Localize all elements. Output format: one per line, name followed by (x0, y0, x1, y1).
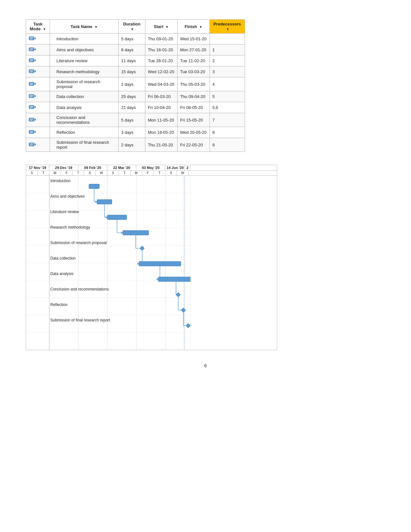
table-row-mode (26, 44, 50, 55)
svg-rect-8 (29, 59, 34, 62)
svg-rect-12 (29, 70, 34, 73)
table-row-duration: 2 days (118, 77, 145, 91)
table-row-mode (26, 113, 50, 127)
th-task-mode-label: Task Mode (30, 22, 43, 31)
table-row-predecessors: 5 (210, 91, 245, 102)
svg-marker-13 (34, 70, 36, 72)
gantt-chart: 17 Nov '1929 Dec '1909 Feb '2022 Mar '20… (26, 165, 277, 350)
table-row-name: Submission of research proposal (50, 77, 119, 91)
gantt-task-label: Submission of research proposal (50, 241, 107, 245)
gantt-bar (97, 200, 112, 204)
table-row-duration: 15 days (118, 66, 145, 77)
task-mode-icon (29, 93, 36, 99)
task-mode-icon (29, 104, 36, 110)
svg-marker-37 (34, 143, 36, 145)
table-row-name: Aims and objectives (50, 44, 119, 55)
table-row-duration: 25 days (118, 91, 145, 102)
task-mode-icon (29, 46, 36, 52)
gantt-day-header: S (84, 171, 96, 175)
table-row-duration: 11 days (118, 55, 145, 66)
table-row-mode (26, 127, 50, 138)
gantt-day-header: T (73, 171, 84, 175)
gantt-period-header: 22 Mar '20 (107, 165, 136, 170)
th-duration: Duration ▼ (118, 20, 145, 34)
gantt-period-header: 14 Jun '20 (165, 165, 185, 170)
svg-rect-4 (29, 48, 34, 51)
table-row-predecessors: 5,6 (210, 102, 245, 113)
task-name-dropdown-arrow[interactable]: ▼ (94, 25, 98, 29)
table-row-mode (26, 34, 50, 44)
table-row-finish: Thu 05-03-20 (177, 77, 210, 91)
table-row-start: Thu 16-01-20 (145, 44, 177, 55)
svg-marker-29 (34, 119, 36, 121)
table-row-duration: 5 days (118, 34, 145, 44)
gantt-day-header: M (49, 171, 61, 175)
table-row-name: Research methodology (50, 66, 119, 77)
th-task-name: Task Name ▼ (50, 20, 119, 34)
task-mode-dropdown-arrow[interactable]: ▼ (43, 27, 46, 31)
gantt-day-header: M (131, 171, 142, 175)
table-row-predecessors: 1 (210, 44, 245, 55)
table-row-predecessors: 7 (210, 113, 245, 127)
task-mode-icon (29, 142, 36, 147)
svg-marker-21 (34, 95, 36, 97)
duration-dropdown-arrow[interactable]: ▼ (131, 27, 134, 31)
start-dropdown-arrow[interactable]: ▼ (165, 25, 169, 29)
table-row-start: Wed 04-03-20 (145, 77, 177, 91)
gantt-arrowhead (121, 232, 123, 234)
gantt-day-header: T (119, 171, 131, 175)
gantt-task-label: Submission of final research report (50, 318, 110, 322)
table-row-start: Thu 21-05-20 (145, 138, 177, 152)
svg-rect-32 (29, 130, 34, 133)
table-row-mode (26, 77, 50, 91)
table-row-mode (26, 102, 50, 113)
th-task-mode: Task Mode ▼ (26, 20, 50, 34)
gantt-period-header: 2 (185, 165, 191, 170)
gantt-day-header: S (165, 171, 177, 175)
table-row-duration: 2 days (118, 138, 145, 152)
th-finish-label: Finish (185, 24, 197, 29)
svg-marker-17 (34, 83, 36, 85)
task-mode-icon (29, 117, 36, 123)
table-row-finish: Wed 20-05-20 (177, 127, 210, 138)
th-predecessors: Predecessors ▼ (210, 20, 245, 34)
table-row-finish: Tue 11-02-20 (177, 55, 210, 66)
svg-marker-9 (34, 59, 36, 61)
table-row-finish: Tue 03-03-20 (177, 66, 210, 77)
table-row-predecessors: 4 (210, 77, 245, 91)
table-row-finish: Thu 09-04-20 (177, 91, 210, 102)
table-row-start: Fri 10-04-20 (145, 102, 177, 113)
gantt-diamond (140, 246, 144, 251)
table-row-mode (26, 55, 50, 66)
gantt-table: Task Mode ▼ Task Name ▼ Duration ▼ Start… (26, 19, 245, 152)
table-row-mode (26, 66, 50, 77)
svg-marker-33 (34, 131, 36, 133)
gantt-day-header: F (142, 171, 154, 175)
table-row-finish: Fri 22-05-20 (177, 138, 210, 152)
gantt-task-label: Data analysis (50, 271, 73, 276)
finish-dropdown-arrow[interactable]: ▼ (199, 25, 202, 29)
table-row-duration: 8 days (118, 44, 145, 55)
table-row-mode (26, 91, 50, 102)
gantt-day-header: W (177, 171, 189, 175)
table-row-finish: Fri 15-05-20 (177, 113, 210, 127)
svg-rect-24 (29, 105, 34, 109)
table-row-start: Tue 28-01-20 (145, 55, 177, 66)
page-number: 6 (26, 363, 385, 368)
gantt-body: IntroductionAims and objectivesLiteratur… (26, 176, 191, 350)
table-row-predecessors: 9 (210, 138, 245, 152)
th-start: Start ▼ (145, 20, 177, 34)
th-finish: Finish ▼ (177, 20, 210, 34)
table-row-predecessors (210, 34, 245, 44)
gantt-header-periods: 17 Nov '1929 Dec '1909 Feb '2022 Mar '20… (26, 165, 277, 171)
predecessors-dropdown-arrow[interactable]: ▼ (226, 27, 229, 31)
table-row-duration: 5 days (118, 113, 145, 127)
table-row-name: Data collection (50, 91, 119, 102)
gantt-arrowhead (95, 201, 97, 203)
gantt-period-header: 03 May '20 (136, 165, 165, 170)
table-row-name: Introduction (50, 34, 119, 44)
gantt-task-label: Aims and objectives (50, 194, 85, 199)
gantt-arrowhead (106, 216, 107, 219)
table-row-start: Mon 18-05-20 (145, 127, 177, 138)
table-row-start: Wed 12-02-20 (145, 66, 177, 77)
